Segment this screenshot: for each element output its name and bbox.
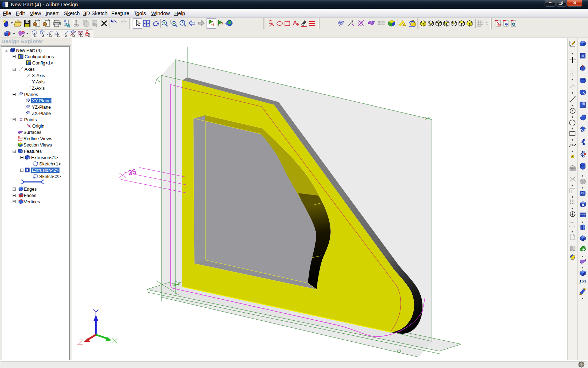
svg-text:(x): (x): [582, 279, 586, 283]
svg-text:XY: XY: [425, 116, 430, 121]
svg-text:35: 35: [127, 168, 137, 177]
svg-text:PDF: PDF: [497, 24, 502, 26]
